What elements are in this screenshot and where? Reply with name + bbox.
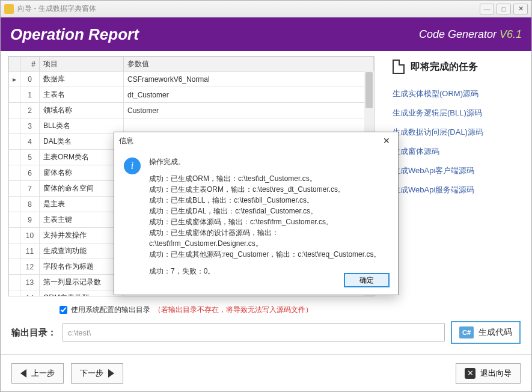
arrow-left-icon <box>20 369 26 378</box>
app-icon <box>4 4 14 14</box>
col-value: 参数值 <box>124 57 374 72</box>
info-icon: i <box>124 158 141 174</box>
task-item: 生成实体模型(ORM)源码 <box>393 88 483 99</box>
task-item: 生成业务逻辑层(BLL)源码 <box>393 108 483 118</box>
scroll-thumb[interactable] <box>365 72 373 108</box>
prev-button[interactable]: 上一步 <box>11 363 64 384</box>
close-button[interactable]: ✕ <box>513 4 528 14</box>
result-line: 成功：已生成BLL，输出：c:\test\bll_Customer.cs。 <box>149 195 388 206</box>
task-item: 生成数据访问层(DAL)源码 <box>393 127 483 138</box>
result-line: 成功：已生成其他源码:req_Customer，输出：c:\test\req_C… <box>149 249 388 260</box>
table-row[interactable]: ▸0数据库CSFrameworkV6_Normal <box>9 72 374 87</box>
arrow-right-icon <box>108 369 114 378</box>
minimize-button[interactable]: — <box>480 4 494 14</box>
output-hint: （若输出目录不存在，将导致无法写入源码文件） <box>154 305 313 315</box>
document-icon <box>393 60 405 74</box>
table-header-row: # 项目 参数值 <box>9 57 374 72</box>
dialog-ok-button[interactable]: 确定 <box>344 273 390 287</box>
csharp-icon: C# <box>459 326 474 338</box>
titlebar: 向导 - 生成数据字典窗体 — □ ✕ <box>1 1 531 17</box>
col-project: 项目 <box>40 57 124 72</box>
result-line: 成功：已生成窗体的设计器源码，输出：c:\test\frm_Customer.D… <box>149 227 388 249</box>
output-dir-label: 输出目录： <box>11 327 57 338</box>
banner: Operation Report Code Generator V6.1 <box>1 17 531 51</box>
result-line: 成功：已生成ORM，输出：c:\test\dt_Customer.cs。 <box>149 173 388 184</box>
output-dir-input[interactable] <box>63 323 445 341</box>
dialog-title: 信息 <box>119 136 380 146</box>
banner-title: Operation Report <box>10 25 139 44</box>
task-item: 生成WebApi客户端源码 <box>393 165 483 176</box>
task-item: 生成窗体源码 <box>393 146 483 157</box>
exit-wizard-button[interactable]: ✕ 退出向导 <box>456 363 521 384</box>
col-index: # <box>20 57 40 72</box>
tasks-heading: 即将完成的任务 <box>393 60 483 74</box>
task-item: 生成WebApi服务端源码 <box>393 185 483 195</box>
result-line: 成功：已生成主表ORM，输出：c:\test\res_dt_Customer.c… <box>149 184 388 195</box>
result-line: 成功：已生成窗体源码，输出：c:\test\frm_Customer.cs。 <box>149 216 388 227</box>
banner-brand: Code Generator V6.1 <box>419 28 522 41</box>
next-button[interactable]: 下一步 <box>71 363 123 384</box>
window-title: 向导 - 生成数据字典窗体 <box>17 4 480 14</box>
maximize-button[interactable]: □ <box>497 4 511 14</box>
table-row[interactable]: 1主表名dt_Customer <box>9 87 374 103</box>
use-system-dir-label: 使用系统配置的输出目录 <box>71 305 150 315</box>
dialog-message: 操作完成。 成功：已生成ORM，输出：c:\test\dt_Customer.c… <box>149 156 388 277</box>
generate-code-button[interactable]: C# 生成代码 <box>451 321 521 344</box>
close-icon: ✕ <box>465 368 475 379</box>
table-row[interactable]: 2领域名称Customer <box>9 103 374 118</box>
result-line: 成功：已生成DAL，输出：c:\test\dal_Customer.cs。 <box>149 206 388 216</box>
info-dialog: 信息 ✕ i 操作完成。 成功：已生成ORM，输出：c:\test\dt_Cus… <box>114 132 399 295</box>
use-system-dir-checkbox[interactable] <box>60 306 67 314</box>
dialog-close-button[interactable]: ✕ <box>380 134 393 147</box>
